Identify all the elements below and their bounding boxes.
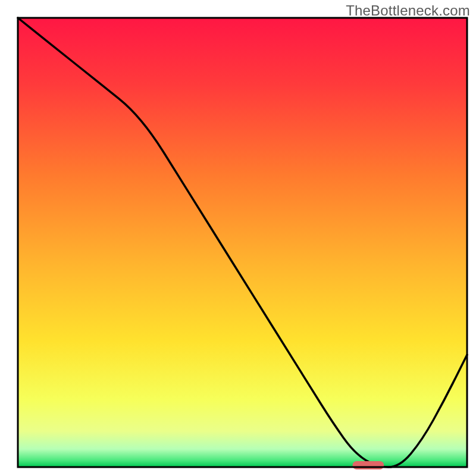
chart-container: { "watermark": "TheBottleneck.com", "cha… [0,0,476,476]
optimal-marker [352,461,384,469]
gradient-background [18,18,467,467]
watermark-text: TheBottleneck.com [346,2,470,19]
bottleneck-chart [0,0,476,476]
